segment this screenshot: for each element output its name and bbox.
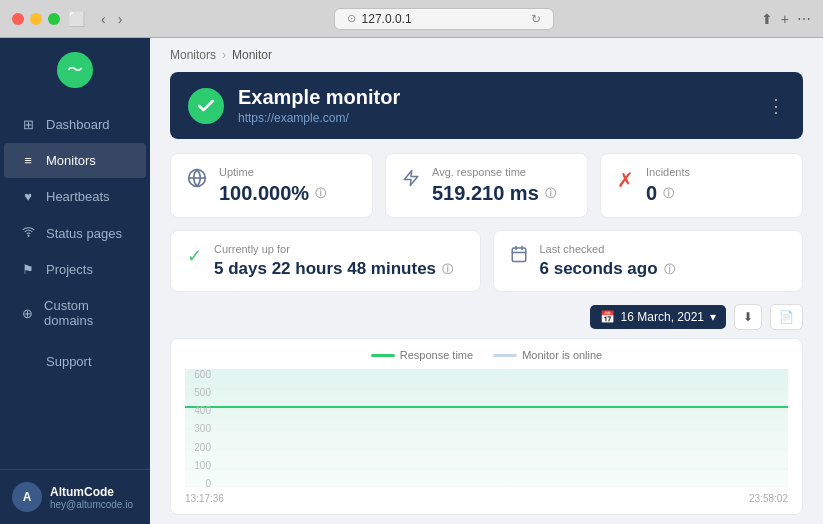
extensions-button[interactable]: ⋯ [797, 11, 811, 27]
y-label-300: 300 [183, 423, 211, 434]
stat-duration-info: Currently up for 5 days 22 hours 48 minu… [214, 243, 453, 279]
sidebar-item-custom-domains[interactable]: ⊕ Custom domains [4, 288, 146, 338]
sidebar-nav: ⊞ Dashboard ≡ Monitors ♥ Heartbeats Stat… [0, 102, 150, 469]
stat-card-last-checked: Last checked 6 seconds ago ⓘ [493, 230, 804, 292]
back-button[interactable]: ‹ [97, 9, 110, 29]
monitor-info: Example monitor https://example.com/ [238, 86, 400, 125]
sidebar-item-monitors[interactable]: ≡ Monitors [4, 143, 146, 178]
maximize-button[interactable] [48, 13, 60, 25]
stat-card-incidents: ✗ Incidents 0 ⓘ [600, 153, 803, 218]
sidebar-item-label: Monitors [46, 153, 96, 168]
calendar-icon [510, 245, 528, 268]
date-range-button[interactable]: 📅 16 March, 2021 ▾ [590, 305, 726, 329]
globe-icon: ⊕ [20, 306, 34, 321]
checkmark-icon: ✓ [187, 245, 202, 267]
new-tab-button[interactable]: + [781, 11, 789, 27]
incidents-value: 0 ⓘ [646, 182, 690, 205]
traffic-lights [12, 13, 60, 25]
monitor-title: Example monitor [238, 86, 400, 109]
date-label: 16 March, 2021 [621, 310, 704, 324]
sidebar-item-projects[interactable]: ⚑ Projects [4, 252, 146, 287]
close-button[interactable] [12, 13, 24, 25]
x-label-end: 23:58:02 [749, 493, 788, 504]
calendar-date-icon: 📅 [600, 310, 615, 324]
nav-buttons: ‹ › [97, 9, 126, 29]
export-csv-button[interactable]: ⬇ [734, 304, 762, 330]
user-email: hey@altumcode.io [50, 499, 133, 510]
incidents-info-icon[interactable]: ⓘ [663, 186, 674, 201]
breadcrumb-separator: › [222, 48, 226, 62]
y-label-500: 500 [183, 387, 211, 398]
stat-response-info: Avg. response time 519.210 ms ⓘ [432, 166, 556, 205]
response-info-icon[interactable]: ⓘ [545, 186, 556, 201]
breadcrumb: Monitors › Monitor [150, 38, 823, 72]
response-time-legend-label: Response time [400, 349, 473, 361]
sidebar-item-heartbeats[interactable]: ♥ Heartbeats [4, 179, 146, 214]
main-content: Monitors › Monitor Example monitor https… [150, 38, 823, 524]
uptime-info-icon[interactable]: ⓘ [315, 186, 326, 201]
chevron-down-icon: ▾ [710, 310, 716, 324]
stat-card-uptime-duration: ✓ Currently up for 5 days 22 hours 48 mi… [170, 230, 481, 292]
monitor-status-icon [188, 88, 224, 124]
url-text: 127.0.0.1 [362, 12, 412, 26]
sidebar-item-label: Projects [46, 262, 93, 277]
sidebar-item-label: Dashboard [46, 117, 110, 132]
sidebar-item-label: Custom domains [44, 298, 130, 328]
uptime-value: 100.000% ⓘ [219, 182, 326, 205]
sidebar-item-label: Status pages [46, 226, 122, 241]
wifi-icon [20, 225, 36, 241]
list-icon: ≡ [20, 153, 36, 168]
reload-icon[interactable]: ↻ [531, 12, 541, 26]
stats-row-1: Uptime 100.000% ⓘ Avg. response time [170, 153, 803, 218]
chart-container: Response time Monitor is online [170, 338, 803, 515]
currently-up-value: 5 days 22 hours 48 minutes ⓘ [214, 259, 453, 279]
y-label-100: 100 [183, 460, 211, 471]
sidebar-item-dashboard[interactable]: ⊞ Dashboard [4, 107, 146, 142]
monitor-options-button[interactable]: ⋮ [767, 95, 785, 117]
breadcrumb-monitors[interactable]: Monitors [170, 48, 216, 62]
response-value: 519.210 ms ⓘ [432, 182, 556, 205]
chart-x-labels: 13:17:36 23:58:02 [185, 493, 788, 504]
lock-icon: ⊙ [347, 12, 356, 25]
sidebar: 〜 ⊞ Dashboard ≡ Monitors ♥ Heartbeats [0, 38, 150, 524]
stat-card-response: Avg. response time 519.210 ms ⓘ [385, 153, 588, 218]
user-info: AltumCode hey@altumcode.io [50, 485, 133, 510]
currently-up-label: Currently up for [214, 243, 453, 255]
monitor-url[interactable]: https://example.com/ [238, 111, 400, 125]
monitor-online-swatch [493, 354, 517, 357]
browser-actions: ⬆ + ⋯ [761, 11, 811, 27]
export-pdf-button[interactable]: 📄 [770, 304, 803, 330]
logo-wave-icon: 〜 [67, 60, 83, 81]
stat-card-uptime: Uptime 100.000% ⓘ [170, 153, 373, 218]
last-checked-value: 6 seconds ago ⓘ [540, 259, 675, 279]
minimize-button[interactable] [30, 13, 42, 25]
incidents-label: Incidents [646, 166, 690, 178]
chart-toolbar: 📅 16 March, 2021 ▾ ⬇ 📄 [170, 304, 803, 330]
sidebar-item-support[interactable]: Support [4, 344, 146, 379]
svg-marker-3 [404, 171, 418, 186]
stat-last-checked-info: Last checked 6 seconds ago ⓘ [540, 243, 675, 279]
forward-button[interactable]: › [114, 9, 127, 29]
grid-icon: ⊞ [20, 117, 36, 132]
avatar: A [12, 482, 42, 512]
last-checked-label: Last checked [540, 243, 675, 255]
url-bar[interactable]: ⊙ 127.0.0.1 ↻ [334, 8, 554, 30]
y-label-0: 0 [183, 478, 211, 489]
currently-up-info-icon[interactable]: ⓘ [442, 262, 453, 277]
app: 〜 ⊞ Dashboard ≡ Monitors ♥ Heartbeats [0, 38, 823, 524]
x-label-start: 13:17:36 [185, 493, 224, 504]
svg-rect-4 [512, 248, 526, 262]
y-label-400: 400 [183, 405, 211, 416]
uptime-label: Uptime [219, 166, 326, 178]
stat-uptime-info: Uptime 100.000% ⓘ [219, 166, 326, 205]
share-button[interactable]: ⬆ [761, 11, 773, 27]
chart-area: 600 500 400 300 200 100 0 [185, 369, 788, 489]
legend-monitor-online: Monitor is online [493, 349, 602, 361]
browser-chrome: ⬜ ‹ › ⊙ 127.0.0.1 ↻ ⬆ + ⋯ [0, 0, 823, 38]
last-checked-info-icon[interactable]: ⓘ [664, 262, 675, 277]
y-label-200: 200 [183, 442, 211, 453]
y-label-600: 600 [183, 369, 211, 380]
sidebar-toggle-button[interactable]: ⬜ [68, 11, 85, 27]
sidebar-item-status-pages[interactable]: Status pages [4, 215, 146, 251]
sidebar-logo: 〜 [0, 38, 150, 102]
